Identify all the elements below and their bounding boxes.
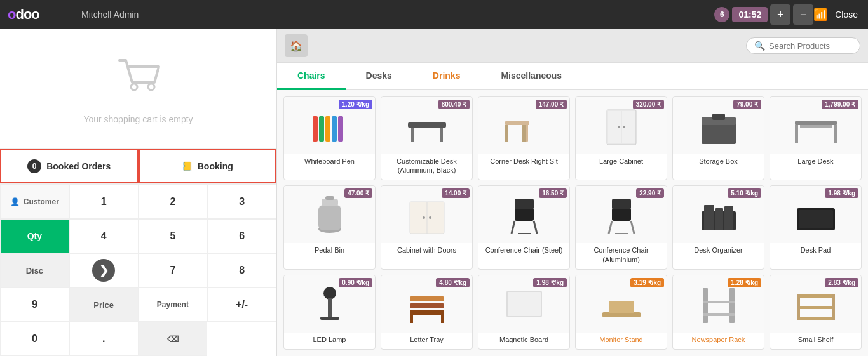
odoo-logo: odoo bbox=[8, 6, 39, 23]
backspace-button[interactable]: ⌫ bbox=[139, 322, 208, 356]
right-topbar: 🏠 🔍 bbox=[277, 29, 868, 63]
session-badge: 6 bbox=[714, 7, 729, 22]
num-3-button[interactable]: 3 bbox=[207, 185, 276, 219]
qty-button[interactable]: Qty bbox=[0, 219, 69, 253]
product-card[interactable]: 16.50 ₹Conference Chair (Steel) bbox=[478, 185, 570, 269]
num-6-button[interactable]: 6 bbox=[207, 219, 276, 253]
svg-rect-60 bbox=[609, 301, 634, 313]
svg-point-17 bbox=[618, 126, 620, 128]
product-card[interactable]: 1,799.00 ₹Large Desk bbox=[770, 96, 862, 180]
tab-miscellaneous[interactable]: Miscellaneous bbox=[480, 63, 582, 90]
product-card[interactable]: 0.90 ₹/kgLED Lamp bbox=[283, 275, 376, 350]
price-badge: 16.50 ₹ bbox=[539, 188, 567, 198]
num-5-button[interactable]: 5 bbox=[139, 219, 208, 253]
num-7-button[interactable]: 7 bbox=[139, 253, 208, 287]
booking-button[interactable]: 📒 Booking bbox=[139, 149, 277, 183]
svg-rect-6 bbox=[338, 116, 343, 142]
close-button[interactable]: Close bbox=[835, 10, 858, 20]
customer-button[interactable]: 👤 Customer bbox=[0, 185, 69, 219]
product-card[interactable]: 5.10 ₹/kgDesk Organizer bbox=[672, 185, 764, 269]
svg-point-0 bbox=[131, 84, 137, 90]
category-tabs: Chairs Desks Drinks Miscellaneous bbox=[277, 63, 868, 90]
price-badge: 1.98 ₹/kg bbox=[825, 188, 858, 198]
svg-point-33 bbox=[429, 216, 431, 219]
price-badge: 22.90 ₹ bbox=[636, 188, 664, 198]
product-name: Conference Chair (Aluminium) bbox=[576, 243, 667, 268]
product-card[interactable]: 320.00 ₹Large Cabinet bbox=[575, 96, 667, 180]
minus-session-button[interactable]: − bbox=[793, 4, 813, 25]
price-badge: 14.00 ₹ bbox=[442, 188, 470, 198]
product-name: Cabinet with Doors bbox=[381, 243, 472, 258]
price-badge: 2.83 ₹/kg bbox=[825, 278, 858, 287]
num-1-button[interactable]: 1 bbox=[69, 185, 139, 219]
svg-rect-13 bbox=[522, 125, 526, 142]
user-name: Mitchell Admin bbox=[76, 10, 714, 20]
dot-button[interactable]: . bbox=[69, 322, 139, 356]
product-name: Storage Box bbox=[673, 154, 764, 169]
cart-area: Your shopping cart is empty bbox=[0, 29, 276, 148]
product-card[interactable]: 1.98 ₹/kgDesk Pad bbox=[770, 185, 862, 269]
num-2-button[interactable]: 2 bbox=[139, 185, 208, 219]
num-0-button[interactable]: 0 bbox=[0, 322, 69, 356]
product-name: Desk Organizer bbox=[673, 243, 764, 258]
product-name: Conference Chair (Steel) bbox=[478, 243, 569, 258]
topbar: odoo Mitchell Admin 6 01:52 + − 📶 Close bbox=[0, 0, 868, 29]
tab-drinks[interactable]: Drinks bbox=[412, 63, 481, 90]
svg-rect-55 bbox=[410, 296, 444, 301]
wifi-icon: 📶 bbox=[813, 8, 827, 22]
svg-rect-49 bbox=[799, 210, 833, 228]
booking-label: Booking bbox=[198, 161, 233, 171]
product-card[interactable]: 3.19 ₹/kgMonitor Stand bbox=[575, 275, 667, 350]
svg-rect-29 bbox=[325, 196, 334, 200]
num-9-button[interactable]: 9 bbox=[0, 287, 69, 322]
product-card[interactable]: 79.00 ₹Storage Box bbox=[672, 96, 764, 180]
product-name: Whiteboard Pen bbox=[284, 154, 375, 169]
product-card[interactable]: 22.90 ₹Conference Chair (Aluminium) bbox=[575, 185, 667, 269]
product-card[interactable]: 1.20 ₹/kgWhiteboard Pen bbox=[283, 96, 376, 180]
search-box[interactable]: 🔍 bbox=[746, 37, 860, 54]
svg-rect-40 bbox=[612, 199, 631, 209]
add-session-button[interactable]: + bbox=[770, 4, 790, 25]
price-button[interactable]: Price bbox=[69, 287, 139, 322]
product-card[interactable]: 4.80 ₹/kgLetter Tray bbox=[381, 275, 473, 350]
product-name: Newspaper Rack bbox=[673, 333, 764, 348]
svg-rect-67 bbox=[797, 317, 835, 320]
product-card[interactable]: 1.28 ₹/kgNewspaper Rack bbox=[672, 275, 764, 350]
product-card[interactable]: 14.00 ₹Cabinet with Doors bbox=[381, 185, 473, 269]
booked-count: 0 bbox=[27, 159, 41, 173]
product-card[interactable]: 147.00 ₹Corner Desk Right Sit bbox=[478, 96, 570, 180]
svg-rect-64 bbox=[703, 313, 735, 316]
price-badge: 4.80 ₹/kg bbox=[436, 278, 470, 287]
svg-rect-4 bbox=[325, 116, 330, 142]
search-input[interactable] bbox=[769, 41, 852, 51]
svg-rect-46 bbox=[715, 208, 723, 230]
num-8-button[interactable]: 8 bbox=[207, 253, 276, 287]
product-name: Large Desk bbox=[770, 154, 861, 169]
product-name: Customizable Desk (Aluminium, Black) bbox=[381, 154, 472, 179]
svg-point-18 bbox=[623, 126, 625, 128]
forward-arrow-button[interactable]: ❯ bbox=[92, 259, 115, 282]
booked-orders-button[interactable]: 0 Booked Orders bbox=[0, 149, 139, 183]
svg-rect-9 bbox=[440, 128, 443, 142]
svg-rect-57 bbox=[441, 310, 444, 323]
price-badge: 0.90 ₹/kg bbox=[339, 278, 372, 287]
svg-rect-24 bbox=[834, 125, 837, 143]
product-name: Letter Tray bbox=[381, 333, 472, 348]
num-4-button[interactable]: 4 bbox=[69, 219, 139, 253]
cart-icon bbox=[113, 54, 164, 108]
booked-orders-label: Booked Orders bbox=[46, 161, 111, 171]
product-card[interactable]: 800.40 ₹Customizable Desk (Aluminium, Bl… bbox=[381, 96, 473, 180]
svg-rect-5 bbox=[332, 116, 337, 142]
tab-desks[interactable]: Desks bbox=[346, 63, 412, 90]
product-card[interactable]: 1.98 ₹/kgMagnetic Board bbox=[478, 275, 570, 350]
home-button[interactable]: 🏠 bbox=[285, 34, 308, 57]
product-name: Large Cabinet bbox=[576, 154, 667, 169]
product-card[interactable]: 2.83 ₹/kgSmall Shelf bbox=[770, 275, 862, 350]
price-badge: 320.00 ₹ bbox=[633, 100, 664, 109]
product-card[interactable]: 47.00 ₹Pedal Bin bbox=[283, 185, 376, 269]
plus-minus-button[interactable]: +/- bbox=[207, 287, 276, 322]
svg-rect-7 bbox=[408, 122, 446, 128]
disc-button[interactable]: Disc bbox=[0, 253, 69, 287]
product-name: Magnetic Board bbox=[478, 333, 569, 348]
tab-chairs[interactable]: Chairs bbox=[277, 63, 346, 90]
